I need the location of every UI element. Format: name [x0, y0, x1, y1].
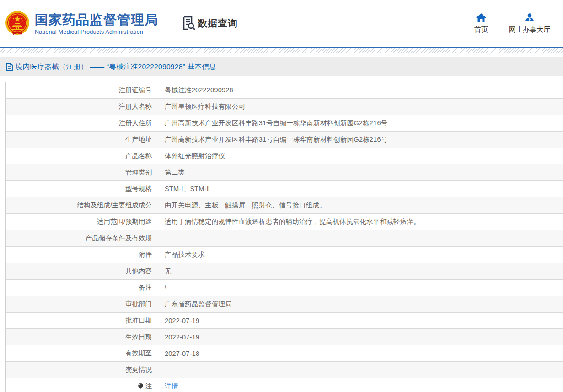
- nav-item-home[interactable]: 首页: [474, 13, 488, 34]
- row-label: 适用范围/预期用途: [6, 214, 158, 230]
- row-label: 产品储存条件及有效期: [6, 230, 158, 246]
- table-row: 产品名称体外红光照射治疗仪: [6, 148, 563, 164]
- row-value: 2022-07-19: [158, 329, 563, 345]
- row-value: STM-Ⅰ、STM-Ⅱ: [158, 181, 563, 197]
- row-value: 无: [158, 263, 563, 279]
- row-label: 注: [6, 378, 158, 392]
- top-nav: 首页 网上办事大厅: [474, 13, 550, 34]
- nav-item-service-hall[interactable]: 网上办事大厅: [509, 13, 550, 34]
- table-row: 产品储存条件及有效期: [6, 230, 563, 247]
- page-header: 国家药品监督管理局 National Medical Products Admi…: [0, 0, 563, 47]
- row-value: \: [158, 280, 563, 296]
- row-label: 注册人住所: [6, 115, 158, 131]
- row-label: 备注: [6, 280, 158, 296]
- table-row: 批准日期2022-07-19: [6, 313, 563, 329]
- row-label: 批准日期: [6, 313, 158, 328]
- note-label: 注: [145, 382, 152, 391]
- registration-info-table: 注册证编号粤械注准20222090928 注册人名称广州星顿医疗科技有限公司 注…: [5, 82, 563, 392]
- note-balloon-icon: [138, 383, 144, 390]
- table-row: 变更情况: [6, 362, 563, 378]
- row-value: 粤械注准20222090928: [158, 82, 563, 98]
- table-row: 备注\: [6, 280, 563, 296]
- row-value: 广州星顿医疗科技有限公司: [158, 99, 563, 115]
- nav-service-hall-label: 网上办事大厅: [509, 26, 550, 34]
- row-value: 体外红光照射治疗仪: [158, 148, 563, 164]
- row-value: 2022-07-19: [158, 313, 563, 328]
- row-value: [158, 362, 563, 378]
- data-query-label: 数据查询: [198, 17, 238, 30]
- hatched-strip: [0, 48, 563, 53]
- home-icon: [476, 13, 487, 23]
- table-row: 有效期至2027-07-18: [6, 345, 563, 362]
- row-label: 其他内容: [6, 263, 158, 279]
- table-row: 审批部门广东省药品监督管理局: [6, 296, 563, 313]
- row-value: [158, 230, 563, 246]
- user-icon: [524, 13, 535, 23]
- page-doc-icon: [5, 63, 13, 71]
- table-row: 注册人名称广州星顿医疗科技有限公司: [6, 99, 563, 115]
- row-label: 有效期至: [6, 345, 158, 361]
- table-row: 注册人住所广州高新技术产业开发区科丰路31号自编一栋华南新材料创新园G2栋216…: [6, 115, 563, 132]
- row-label: 结构及组成/主要组成成分: [6, 197, 158, 213]
- table-row: 适用范围/预期用途适用于病情稳定的规律性血液透析患者的辅助治疗，提高机体抗氧化水…: [6, 214, 563, 230]
- spacer: [0, 76, 563, 82]
- table-row: 注册证编号粤械注准20222090928: [6, 82, 563, 99]
- table-row: 管理类别第二类: [6, 164, 563, 181]
- row-value: 适用于病情稳定的规律性血液透析患者的辅助治疗，提高机体抗氧化水平和减轻瘙痒。: [158, 214, 563, 230]
- row-label: 附件: [6, 247, 158, 263]
- row-label: 管理类别: [6, 164, 158, 180]
- row-label: 产品名称: [6, 148, 158, 164]
- row-value: 详情: [158, 378, 563, 392]
- row-label: 注册人名称: [6, 99, 158, 115]
- row-value: 广州高新技术产业开发区科丰路31号自编一栋华南新材料创新园G2栋216号: [158, 115, 563, 131]
- table-row: 附件产品技术要求: [6, 247, 563, 263]
- row-label: 审批部门: [6, 296, 158, 312]
- org-name-en: National Medical Products Administration: [35, 29, 158, 35]
- row-label: 变更情况: [6, 362, 158, 378]
- row-label: 生效日期: [6, 329, 158, 345]
- table-row: 型号规格STM-Ⅰ、STM-Ⅱ: [6, 181, 563, 197]
- row-label: 注册证编号: [6, 82, 158, 98]
- document-search-icon: [182, 16, 196, 31]
- row-value: 广东省药品监督管理局: [158, 296, 563, 312]
- row-value: 2027-07-18: [158, 345, 563, 361]
- national-emblem-logo: [5, 11, 30, 36]
- data-query-section[interactable]: 数据查询: [182, 16, 238, 31]
- org-name-block: 国家药品监督管理局 National Medical Products Admi…: [35, 12, 158, 35]
- breadcrumb: 境内医疗器械（注册） —— “粤械注准20222090928” 基本信息: [0, 57, 563, 76]
- row-label: 型号规格: [6, 181, 158, 197]
- row-value: 由开关电源、主板、触摸屏、照射仓、信号接口组成。: [158, 197, 563, 213]
- row-value: 产品技术要求: [158, 247, 563, 263]
- table-row: 生产地址广州高新技术产业开发区科丰路31号自编一栋华南新材料创新园G2栋216号: [6, 132, 563, 148]
- row-value: 第二类: [158, 164, 563, 180]
- org-name-zh: 国家药品监督管理局: [35, 12, 158, 27]
- detail-link[interactable]: 详情: [165, 382, 178, 391]
- table-row-note: 注 详情: [6, 378, 563, 392]
- row-value: 广州高新技术产业开发区科丰路31号自编一栋华南新材料创新园G2栋216号: [158, 132, 563, 148]
- nav-home-label: 首页: [474, 26, 488, 34]
- row-label: 生产地址: [6, 132, 158, 148]
- table-row: 其他内容无: [6, 263, 563, 280]
- table-row: 生效日期2022-07-19: [6, 329, 563, 345]
- page-title: 境内医疗器械（注册） —— “粤械注准20222090928” 基本信息: [16, 62, 216, 72]
- table-row: 结构及组成/主要组成成分由开关电源、主板、触摸屏、照射仓、信号接口组成。: [6, 197, 563, 214]
- spacer: [0, 53, 563, 57]
